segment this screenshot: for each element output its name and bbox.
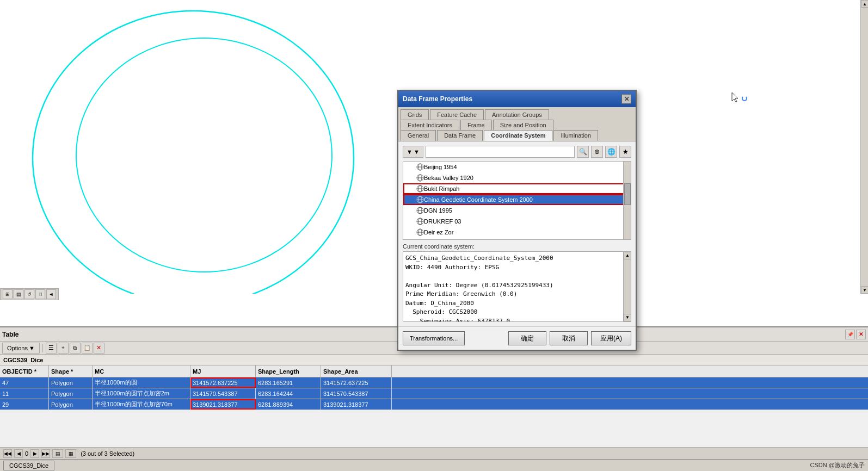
tab-coordinate-system[interactable]: Coordinate System [484, 130, 552, 141]
cs-item-dgn[interactable]: DGN 1995 [403, 205, 631, 216]
current-cs-text: GCS_China_Geodetic_Coordinate_System_200… [405, 254, 629, 322]
tab-strip-row1: Grids Feature Cache Annotation Groups [398, 107, 636, 120]
cs-item-label: DGN 1995 [424, 207, 452, 214]
current-cs-label: Current coordinate system: [403, 243, 631, 250]
tab-extent-indicators[interactable]: Extent Indicators [401, 120, 459, 130]
cs-list[interactable]: Beijing 1954 Bekaa Valley 1920 Bukit Rim… [403, 161, 631, 240]
dialog-title: Data Frame Properties [403, 95, 472, 103]
ok-btn[interactable]: 确定 [508, 331, 546, 345]
cs-item-bukit[interactable]: Bukit Rimpah [403, 183, 631, 194]
globe-icon [416, 196, 424, 203]
tab-strip-row3: General Data Frame Coordinate System Ill… [398, 130, 636, 141]
cs-item-euro1950[interactable]: European 1950 (ED77) [403, 238, 631, 240]
cancel-btn[interactable]: 取消 [550, 331, 588, 345]
globe-icon [416, 174, 424, 182]
tab-strip-row2: Extent Indicators Frame Size and Positio… [398, 120, 636, 130]
cs-item-label: Beijing 1954 [424, 164, 457, 170]
cs-item-label: Deir ez Zor [424, 229, 453, 236]
apply-btn[interactable]: 应用(A) [591, 331, 631, 345]
cs-item-bekaa[interactable]: Bekaa Valley 1920 [403, 172, 631, 183]
tab-general[interactable]: General [401, 130, 436, 141]
current-cs-box: GCS_China_Geodetic_Coordinate_System_200… [403, 251, 631, 322]
dialog-overlay: Data Frame Properties ✕ Grids Feature Ca… [0, 0, 868, 471]
cs-item-drukref[interactable]: DRUKREF 03 [403, 216, 631, 227]
cs-list-scrollbar[interactable] [623, 162, 631, 239]
cs-search-input[interactable] [426, 146, 575, 158]
scroll-up-arrow[interactable]: ▲ [624, 252, 631, 259]
scroll-down-arrow[interactable]: ▼ [624, 314, 631, 321]
cs-item-label: Bukit Rimpah [424, 185, 459, 192]
cs-search2-btn[interactable]: ⊕ [591, 146, 603, 158]
cs-star-btn[interactable]: ★ [619, 146, 631, 158]
dialog-action-buttons: 确定 取消 应用(A) [508, 331, 631, 345]
cs-item-label: Bekaa Valley 1920 [424, 175, 473, 181]
tab-feature-cache[interactable]: Feature Cache [430, 109, 484, 120]
cs-toolbar: ▼ ▼ 🔍 ⊕ 🌐 ★ [403, 146, 631, 158]
filter-icon: ▼ [407, 148, 413, 155]
tab-grids[interactable]: Grids [401, 109, 429, 120]
globe-icon [416, 239, 424, 240]
scrollbar-thumb[interactable] [624, 183, 631, 205]
dialog-close-btn[interactable]: ✕ [621, 94, 631, 104]
tab-illumination[interactable]: Illumination [553, 130, 598, 141]
transformations-btn[interactable]: Transformations... [403, 331, 465, 345]
cs-filter-btn[interactable]: ▼ ▼ [403, 146, 423, 158]
data-frame-properties-dialog: Data Frame Properties ✕ Grids Feature Ca… [397, 90, 637, 351]
current-cs-scrollbar[interactable]: ▲ ▼ [623, 252, 631, 321]
filter-label: ▼ [414, 148, 420, 155]
globe-icon [416, 228, 424, 236]
cs-item-beijing1954[interactable]: Beijing 1954 [403, 162, 631, 172]
cs-item-label: DRUKREF 03 [424, 218, 461, 225]
tab-data-frame[interactable]: Data Frame [437, 130, 483, 141]
tab-size-position[interactable]: Size and Position [493, 120, 553, 130]
dialog-footer: Transformations... 确定 取消 应用(A) [398, 326, 636, 350]
dialog-body: ▼ ▼ 🔍 ⊕ 🌐 ★ Beijing 1954 Beka [398, 141, 636, 326]
cs-item-china2000[interactable]: China Geodetic Coordinate System 2000 [403, 194, 631, 205]
tab-annotation-groups[interactable]: Annotation Groups [485, 109, 549, 120]
cs-globe-btn[interactable]: 🌐 [605, 146, 617, 158]
globe-icon [416, 218, 424, 225]
globe-icon [416, 207, 424, 214]
cs-search-btn[interactable]: 🔍 [577, 146, 589, 158]
cs-item-deir[interactable]: Deir ez Zor [403, 227, 631, 238]
cs-item-label: China Geodetic Coordinate System 2000 [424, 196, 533, 203]
globe-icon [416, 163, 424, 171]
tab-frame[interactable]: Frame [460, 120, 492, 130]
globe-icon [416, 185, 424, 193]
dialog-titlebar: Data Frame Properties ✕ [398, 91, 636, 107]
